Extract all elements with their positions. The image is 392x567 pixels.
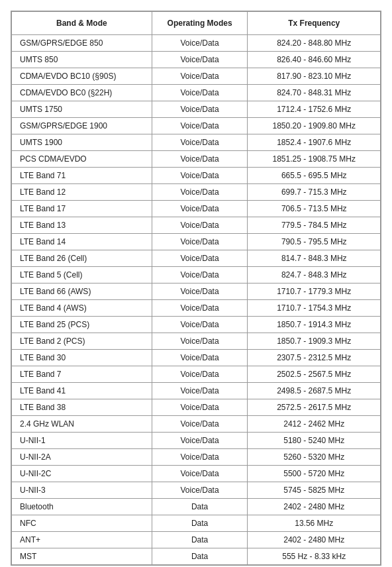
cell-frequency: 814.7 - 848.3 MHz xyxy=(248,250,381,267)
table-row: LTE Band 7Voice/Data2502.5 - 2567.5 MHz xyxy=(12,366,381,383)
cell-band: LTE Band 66 (AWS) xyxy=(12,284,152,300)
cell-mode: Voice/Data xyxy=(152,399,248,416)
cell-frequency: 790.5 - 795.5 MHz xyxy=(248,234,381,250)
table-row: CDMA/EVDO BC10 (§90S)Voice/Data817.90 - … xyxy=(12,68,381,85)
cell-mode: Voice/Data xyxy=(152,68,248,85)
cell-band: LTE Band 71 xyxy=(12,168,152,184)
cell-mode: Voice/Data xyxy=(152,234,248,250)
cell-mode: Voice/Data xyxy=(152,284,248,300)
cell-mode: Voice/Data xyxy=(152,101,248,118)
cell-band: GSM/GPRS/EDGE 850 xyxy=(12,35,152,52)
cell-mode: Voice/Data xyxy=(152,350,248,366)
cell-band: LTE Band 12 xyxy=(12,184,152,201)
cell-frequency: 1710.7 - 1754.3 MHz xyxy=(248,300,381,317)
table-row: 2.4 GHz WLANVoice/Data2412 - 2462 MHz xyxy=(12,416,381,433)
table-row: U-NII-1Voice/Data5180 - 5240 MHz xyxy=(12,433,381,449)
cell-mode: Voice/Data xyxy=(152,85,248,101)
cell-mode: Voice/Data xyxy=(152,250,248,267)
cell-band: UMTS 850 xyxy=(12,52,152,68)
table-row: LTE Band 4 (AWS)Voice/Data1710.7 - 1754.… xyxy=(12,300,381,317)
cell-band: UMTS 1750 xyxy=(12,101,152,118)
cell-band: LTE Band 7 xyxy=(12,366,152,383)
cell-mode: Voice/Data xyxy=(152,217,248,234)
cell-frequency: 2402 - 2480 MHz xyxy=(248,499,381,515)
cell-band: U-NII-2C xyxy=(12,466,152,482)
cell-mode: Voice/Data xyxy=(152,300,248,317)
cell-band: UMTS 1900 xyxy=(12,134,152,151)
cell-mode: Voice/Data xyxy=(152,151,248,168)
table-row: MSTData555 Hz - 8.33 kHz xyxy=(12,548,381,565)
cell-frequency: 699.7 - 715.3 MHz xyxy=(248,184,381,201)
cell-mode: Data xyxy=(152,532,248,548)
header-tx-frequency: Tx Frequency xyxy=(248,12,381,35)
table-row: LTE Band 5 (Cell)Voice/Data824.7 - 848.3… xyxy=(12,267,381,284)
cell-mode: Voice/Data xyxy=(152,449,248,466)
cell-frequency: 2307.5 - 2312.5 MHz xyxy=(248,350,381,366)
cell-mode: Voice/Data xyxy=(152,433,248,449)
cell-band: LTE Band 17 xyxy=(12,201,152,217)
cell-band: U-NII-3 xyxy=(12,482,152,499)
cell-frequency: 5500 - 5720 MHz xyxy=(248,466,381,482)
cell-frequency: 1850.7 - 1914.3 MHz xyxy=(248,317,381,333)
cell-band: LTE Band 5 (Cell) xyxy=(12,267,152,284)
cell-band: MST xyxy=(12,548,152,565)
cell-mode: Data xyxy=(152,515,248,532)
table-row: CDMA/EVDO BC0 (§22H)Voice/Data824.70 - 8… xyxy=(12,85,381,101)
cell-band: GSM/GPRS/EDGE 1900 xyxy=(12,118,152,134)
cell-mode: Voice/Data xyxy=(152,333,248,350)
cell-mode: Data xyxy=(152,548,248,565)
cell-mode: Voice/Data xyxy=(152,482,248,499)
table-row: LTE Band 13Voice/Data779.5 - 784.5 MHz xyxy=(12,217,381,234)
frequency-table-container: Band & Mode Operating Modes Tx Frequency… xyxy=(11,11,381,566)
cell-frequency: 817.90 - 823.10 MHz xyxy=(248,68,381,85)
cell-frequency: 2402 - 2480 MHz xyxy=(248,532,381,548)
table-row: UMTS 850Voice/Data826.40 - 846.60 MHz xyxy=(12,52,381,68)
cell-band: LTE Band 25 (PCS) xyxy=(12,317,152,333)
cell-mode: Voice/Data xyxy=(152,366,248,383)
cell-frequency: 555 Hz - 8.33 kHz xyxy=(248,548,381,565)
cell-band: NFC xyxy=(12,515,152,532)
cell-frequency: 824.7 - 848.3 MHz xyxy=(248,267,381,284)
cell-frequency: 706.5 - 713.5 MHz xyxy=(248,201,381,217)
table-row: BluetoothData2402 - 2480 MHz xyxy=(12,499,381,515)
cell-band: U-NII-1 xyxy=(12,433,152,449)
cell-band: LTE Band 4 (AWS) xyxy=(12,300,152,317)
table-row: PCS CDMA/EVDOVoice/Data1851.25 - 1908.75… xyxy=(12,151,381,168)
table-row: LTE Band 66 (AWS)Voice/Data1710.7 - 1779… xyxy=(12,284,381,300)
cell-frequency: 5180 - 5240 MHz xyxy=(248,433,381,449)
header-band-mode: Band & Mode xyxy=(12,12,152,35)
cell-frequency: 826.40 - 846.60 MHz xyxy=(248,52,381,68)
cell-band: U-NII-2A xyxy=(12,449,152,466)
table-row: LTE Band 71Voice/Data665.5 - 695.5 MHz xyxy=(12,168,381,184)
cell-frequency: 1850.7 - 1909.3 MHz xyxy=(248,333,381,350)
cell-band: LTE Band 2 (PCS) xyxy=(12,333,152,350)
cell-frequency: 13.56 MHz xyxy=(248,515,381,532)
table-row: GSM/GPRS/EDGE 850Voice/Data824.20 - 848.… xyxy=(12,35,381,52)
frequency-table: Band & Mode Operating Modes Tx Frequency… xyxy=(11,11,381,565)
table-row: U-NII-2AVoice/Data5260 - 5320 MHz xyxy=(12,449,381,466)
cell-mode: Voice/Data xyxy=(152,184,248,201)
cell-frequency: 1851.25 - 1908.75 MHz xyxy=(248,151,381,168)
table-row: LTE Band 25 (PCS)Voice/Data1850.7 - 1914… xyxy=(12,317,381,333)
table-row: U-NII-3Voice/Data5745 - 5825 MHz xyxy=(12,482,381,499)
cell-mode: Voice/Data xyxy=(152,416,248,433)
cell-frequency: 1710.7 - 1779.3 MHz xyxy=(248,284,381,300)
cell-frequency: 2498.5 - 2687.5 MHz xyxy=(248,383,381,399)
cell-frequency: 824.70 - 848.31 MHz xyxy=(248,85,381,101)
table-row: LTE Band 26 (Cell)Voice/Data814.7 - 848.… xyxy=(12,250,381,267)
cell-frequency: 5260 - 5320 MHz xyxy=(248,449,381,466)
cell-frequency: 2572.5 - 2617.5 MHz xyxy=(248,399,381,416)
cell-mode: Voice/Data xyxy=(152,118,248,134)
cell-mode: Voice/Data xyxy=(152,168,248,184)
cell-mode: Voice/Data xyxy=(152,383,248,399)
cell-band: 2.4 GHz WLAN xyxy=(12,416,152,433)
cell-frequency: 824.20 - 848.80 MHz xyxy=(248,35,381,52)
cell-mode: Voice/Data xyxy=(152,35,248,52)
cell-band: LTE Band 30 xyxy=(12,350,152,366)
cell-frequency: 779.5 - 784.5 MHz xyxy=(248,217,381,234)
cell-band: LTE Band 14 xyxy=(12,234,152,250)
cell-frequency: 1850.20 - 1909.80 MHz xyxy=(248,118,381,134)
table-row: U-NII-2CVoice/Data5500 - 5720 MHz xyxy=(12,466,381,482)
table-row: LTE Band 38Voice/Data2572.5 - 2617.5 MHz xyxy=(12,399,381,416)
table-row: LTE Band 30Voice/Data2307.5 - 2312.5 MHz xyxy=(12,350,381,366)
